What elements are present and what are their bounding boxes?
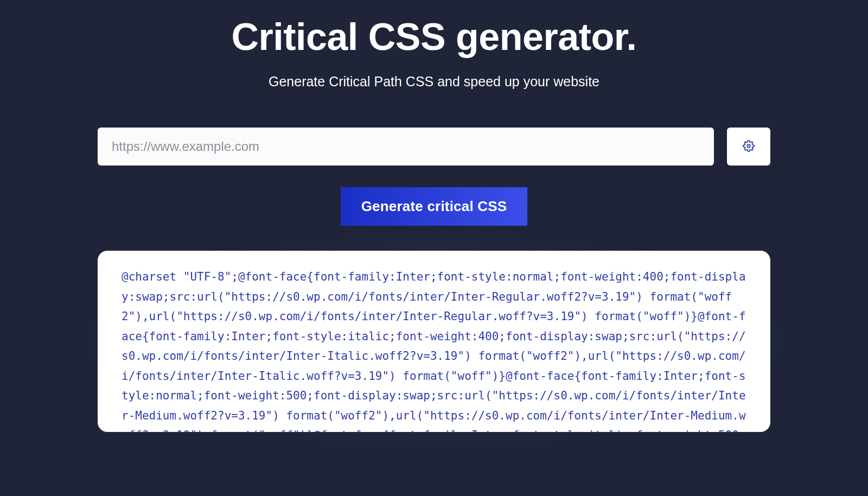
page-title: Critical CSS generator. [98, 15, 770, 59]
output-wrapper: @charset "UTF-8";@font-face{font-family:… [98, 251, 770, 432]
url-input[interactable] [98, 128, 714, 166]
page-subtitle: Generate Critical Path CSS and speed up … [98, 74, 770, 90]
generate-button[interactable]: Generate critical CSS [341, 187, 528, 226]
gear-icon [743, 140, 755, 154]
css-output[interactable]: @charset "UTF-8";@font-face{font-family:… [98, 251, 770, 432]
input-row [98, 128, 770, 166]
svg-point-0 [747, 144, 750, 148]
settings-button[interactable] [727, 128, 770, 166]
